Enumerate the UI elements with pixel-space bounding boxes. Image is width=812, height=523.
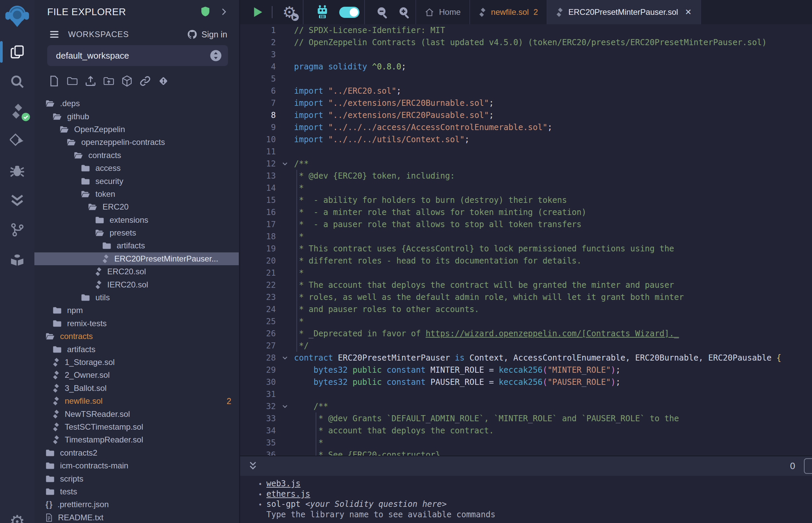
code-token: contract <box>294 353 338 363</box>
code-token: * The account that deploys the contract … <box>294 281 674 290</box>
workspace-stepper-icon[interactable] <box>210 50 222 62</box>
tree-item-extensions[interactable]: extensions <box>34 214 239 227</box>
line-number: 12 <box>240 158 276 170</box>
tree-item-contracts[interactable]: contracts <box>34 330 239 343</box>
tree-item-ierc20-sol[interactable]: IERC20.sol <box>34 278 239 291</box>
tree-item-presets[interactable]: presets <box>34 227 239 239</box>
code-token: ; <box>489 110 494 120</box>
tree-item-icm-contracts-main[interactable]: icm-contracts-main <box>34 459 239 472</box>
compile-settings-button[interactable]: ⚙▶ <box>281 3 298 21</box>
workspace-select[interactable]: default_workspace <box>47 45 228 66</box>
tree-item-timestampreader-sol[interactable]: TimestampReader.sol <box>34 433 239 446</box>
remix-logo-icon[interactable] <box>5 3 30 28</box>
tree-item-artifacts[interactable]: artifacts <box>34 239 239 252</box>
sign-in-button[interactable]: Sign in <box>202 30 227 39</box>
fold-chevron-icon[interactable] <box>276 400 294 413</box>
close-icon[interactable]: ✕ <box>685 7 692 17</box>
tree-item-newfile-sol[interactable]: newfile.sol2 <box>34 395 239 408</box>
bullet-icon: • <box>258 500 266 510</box>
line-number: 19 <box>240 242 276 255</box>
tree-item-token[interactable]: token <box>34 188 239 200</box>
shield-icon[interactable] <box>200 6 210 18</box>
indent-guide <box>296 218 297 231</box>
code-token: * @dev Grants `DEFAULT_ADMIN_ROLE`, `MIN… <box>294 414 679 423</box>
zoom-out-icon[interactable] <box>376 6 389 19</box>
fold-gutter <box>276 303 294 315</box>
upload-file-button[interactable] <box>85 75 96 87</box>
tree-item-readme-txt[interactable]: README.txt <box>34 511 239 523</box>
sidebar-item-solidity-compiler[interactable] <box>0 96 34 126</box>
fold-chevron-icon[interactable] <box>276 352 294 364</box>
collapse-panel-icon[interactable] <box>219 7 228 16</box>
tree-item-scripts[interactable]: scripts <box>34 472 239 485</box>
sidebar-item-search[interactable] <box>0 67 34 96</box>
new-folder-button[interactable] <box>67 75 78 87</box>
unit-testing-icon <box>10 193 24 208</box>
git-diamond-button[interactable] <box>158 75 169 87</box>
terminal-search-box[interactable] <box>804 458 812 474</box>
code-line: 2// OpenZeppelin Contracts (last updated… <box>240 36 812 49</box>
tree-item-newtsreader-sol[interactable]: NewTSReader.sol <box>34 408 239 420</box>
run-script-button[interactable] <box>251 6 264 18</box>
tree-item-3-ballot-sol[interactable]: 3_Ballot.sol <box>34 382 239 395</box>
tree-item-openzeppelin-contracts[interactable]: openzeppelin-contracts <box>34 136 239 149</box>
tab-erc20presetminterpauser-sol[interactable]: ERC20PresetMinterPauser.sol✕ <box>547 0 701 24</box>
tree-item-openzeppelin[interactable]: OpenZeppelin <box>34 123 239 136</box>
sidebar-item-unit-testing[interactable] <box>0 185 34 215</box>
sidebar-item-git[interactable] <box>0 215 34 245</box>
folder-open-icon <box>74 152 83 159</box>
tree-item-testsctimestamp-sol[interactable]: TestSCTimestamp.sol <box>34 420 239 433</box>
sidebar-item-file-explorer[interactable] <box>0 37 34 67</box>
terminal-link[interactable]: web3.js <box>266 479 300 489</box>
sidebar-item-debugger[interactable] <box>0 156 34 185</box>
fold-chevron-icon[interactable] <box>276 158 294 170</box>
tree-item-erc20[interactable]: ERC20 <box>34 200 239 213</box>
tree-item-github[interactable]: github <box>34 110 239 123</box>
ai-copilot-toggle[interactable] <box>339 7 359 18</box>
tree-item-npm[interactable]: npm <box>34 304 239 317</box>
tree-item-prettierrc-json[interactable]: { }.prettierrc.json <box>34 498 239 511</box>
indent-guide <box>296 206 297 218</box>
code-line: 30 bytes32 public constant PAUSER_ROLE =… <box>240 376 812 388</box>
code-token: pragma solidity <box>294 62 372 71</box>
tab-newfile-sol[interactable]: newfile.sol2 <box>470 0 547 24</box>
code-line: 16 * - a minter role that allows for tok… <box>240 206 812 218</box>
sidebar-item-deploy-and-run[interactable] <box>0 126 34 156</box>
code-text: * - a pauser role that allows to stop al… <box>294 218 582 231</box>
tree-item-contracts2[interactable]: contracts2 <box>34 447 239 459</box>
tree-item-label: contracts2 <box>60 448 98 458</box>
tree-item-erc20presetminterpauser[interactable]: ERC20PresetMinterPauser... <box>34 252 239 265</box>
tree-item-access[interactable]: access <box>34 162 239 175</box>
tree-item-contracts[interactable]: contracts <box>34 149 239 162</box>
terminal-expand-icon[interactable] <box>248 461 258 471</box>
tree-item-utils[interactable]: utils <box>34 291 239 304</box>
terminal-link[interactable]: ethers.js <box>266 489 310 500</box>
settings-gear-icon[interactable]: ⚙ <box>10 513 25 523</box>
tree-item-security[interactable]: security <box>34 175 239 187</box>
sol-icon <box>53 435 59 444</box>
tree-item-artifacts[interactable]: artifacts <box>34 343 239 356</box>
ai-assistant-icon[interactable] <box>315 5 330 20</box>
code-token: /** <box>294 159 308 168</box>
tree-item-erc20-sol[interactable]: ERC20.sol <box>34 265 239 278</box>
tab-home[interactable]: Home <box>416 0 470 24</box>
link-button[interactable] <box>140 75 151 87</box>
code-line: 29 bytes32 public constant MINTER_ROLE =… <box>240 364 812 376</box>
zoom-in-icon[interactable] <box>398 6 411 19</box>
workspaces-menu-icon[interactable] <box>49 29 59 39</box>
code-editor[interactable]: 1// SPDX-License-Identifier: MIT2// Open… <box>240 24 812 456</box>
line-number: 23 <box>240 291 276 303</box>
new-file-button[interactable] <box>49 75 60 87</box>
code-token: * <box>294 438 323 448</box>
sidebar-item-plugin-manager[interactable] <box>0 245 34 274</box>
code-token: import <box>294 123 328 132</box>
tree-item-remix-tests[interactable]: remix-tests <box>34 317 239 330</box>
tree-item-tests[interactable]: tests <box>34 485 239 498</box>
tree-item-1-storage-sol[interactable]: 1_Storage.sol <box>34 356 239 369</box>
code-line: 6import "../ERC20.sol"; <box>240 85 812 97</box>
cube-button[interactable] <box>121 75 133 87</box>
folder-open-icon <box>67 139 76 146</box>
tree-item-2-owner-sol[interactable]: 2_Owner.sol <box>34 369 239 381</box>
tree-item-deps[interactable]: .deps <box>34 97 239 110</box>
upload-folder-button[interactable] <box>103 75 114 87</box>
